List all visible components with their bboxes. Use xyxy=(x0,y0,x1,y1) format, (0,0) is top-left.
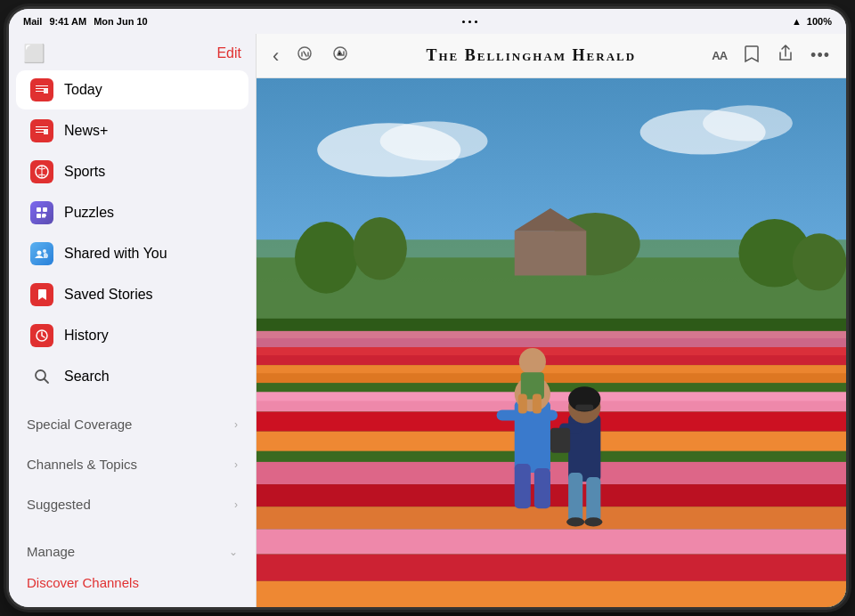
special-coverage-header[interactable]: Special Coverage › xyxy=(9,408,256,441)
saved-label: Saved Stories xyxy=(64,287,153,303)
suggested-header[interactable]: Suggested › xyxy=(9,488,256,521)
channels-topics-chevron: › xyxy=(234,458,238,471)
puzzles-label: Puzzles xyxy=(64,205,114,221)
svg-rect-36 xyxy=(256,392,846,401)
sidebar-item-shared[interactable]: Shared with You xyxy=(16,234,248,273)
edit-button[interactable]: Edit xyxy=(216,45,241,61)
svg-rect-27 xyxy=(256,319,846,331)
shared-icon xyxy=(30,242,53,265)
svg-rect-50 xyxy=(515,464,531,508)
status-bar: Mail 9:41 AM Mon Jun 10 ▲ 100% xyxy=(9,9,846,34)
sidebar-item-today[interactable]: Today xyxy=(16,70,248,109)
svg-point-52 xyxy=(519,348,546,375)
sidebar-item-puzzles[interactable]: Puzzles xyxy=(16,193,248,232)
svg-rect-61 xyxy=(550,428,570,453)
svg-point-19 xyxy=(295,222,357,294)
folder-icon[interactable]: ⬜ xyxy=(23,43,45,64)
newsplus-label: News+ xyxy=(64,123,108,139)
toolbar: ‹ The Bellingham Herald AA xyxy=(256,34,846,78)
sports-icon xyxy=(30,160,53,183)
text-size-button[interactable]: AA xyxy=(708,45,730,66)
sidebar-item-saved[interactable]: Saved Stories xyxy=(16,275,248,314)
svg-rect-34 xyxy=(256,383,846,392)
toolbar-center: The Bellingham Herald xyxy=(354,46,708,65)
status-dot-3 xyxy=(475,20,477,23)
newsplus-icon xyxy=(30,119,53,142)
svg-rect-43 xyxy=(256,529,846,554)
content-area: ‹ The Bellingham Herald AA xyxy=(256,34,846,607)
suggested-chevron: › xyxy=(234,498,238,511)
search-icon xyxy=(30,365,53,388)
back-button[interactable]: ‹ xyxy=(269,41,282,71)
shared-label: Shared with You xyxy=(64,246,167,262)
like-button[interactable] xyxy=(327,40,354,71)
toolbar-right: AA ••• xyxy=(708,40,834,71)
dislike-button[interactable] xyxy=(291,40,318,71)
svg-rect-63 xyxy=(586,477,600,522)
status-date: Mon Jun 10 xyxy=(94,16,148,27)
svg-rect-54 xyxy=(518,393,527,413)
svg-rect-1 xyxy=(44,130,48,134)
svg-rect-45 xyxy=(256,581,846,607)
sidebar-item-sports[interactable]: Sports xyxy=(16,152,248,191)
sidebar-item-search[interactable]: Search xyxy=(16,357,248,396)
svg-rect-62 xyxy=(568,473,582,522)
manage-chevron: ⌄ xyxy=(229,546,238,558)
history-label: History xyxy=(64,328,109,344)
status-left: Mail 9:41 AM Mon Jun 10 xyxy=(23,16,148,27)
svg-rect-24 xyxy=(515,231,587,275)
svg-point-16 xyxy=(703,105,793,141)
article-image xyxy=(256,78,846,607)
svg-point-20 xyxy=(354,217,407,280)
svg-rect-55 xyxy=(533,393,542,413)
battery-label: 100% xyxy=(807,16,832,27)
discover-channels-link[interactable]: Discover Channels xyxy=(9,568,256,597)
wifi-icon: ▲ xyxy=(792,16,802,27)
svg-point-65 xyxy=(584,517,602,526)
notifications-email-link[interactable]: Notifications & Email xyxy=(9,597,256,607)
svg-rect-6 xyxy=(37,214,41,218)
today-icon xyxy=(30,78,53,101)
sports-label: Sports xyxy=(64,164,105,180)
channels-topics-header[interactable]: Channels & Topics › xyxy=(9,448,256,481)
svg-rect-41 xyxy=(256,484,846,507)
article-source-title: The Bellingham Herald xyxy=(426,46,636,64)
history-icon xyxy=(30,324,53,347)
main-layout: ⬜ Edit Today News+ Sports xyxy=(9,34,846,607)
status-app: Mail xyxy=(23,16,42,27)
manage-label: Manage xyxy=(27,544,75,559)
status-center xyxy=(462,20,477,23)
svg-rect-51 xyxy=(534,468,550,508)
section-special-coverage: Special Coverage › xyxy=(9,408,256,441)
svg-rect-29 xyxy=(256,331,846,338)
svg-rect-5 xyxy=(43,207,47,212)
saved-icon xyxy=(30,283,53,306)
bookmark-button[interactable] xyxy=(739,40,764,71)
svg-rect-33 xyxy=(256,365,846,373)
ipad-frame: Mail 9:41 AM Mon Jun 10 ▲ 100% ⬜ Edit xyxy=(9,9,846,607)
svg-point-64 xyxy=(566,517,584,526)
svg-point-14 xyxy=(380,121,488,160)
status-dot-2 xyxy=(468,20,471,23)
svg-point-8 xyxy=(43,249,46,253)
today-label: Today xyxy=(64,82,102,98)
section-suggested: Suggested › xyxy=(9,488,256,521)
svg-rect-39 xyxy=(256,451,846,462)
share-button[interactable] xyxy=(773,40,798,71)
search-label: Search xyxy=(64,369,110,385)
svg-line-11 xyxy=(45,379,49,384)
sidebar: ⬜ Edit Today News+ Sports xyxy=(9,34,256,607)
svg-rect-31 xyxy=(256,347,846,355)
more-button[interactable]: ••• xyxy=(807,43,834,69)
manage-section: Manage ⌄ Discover Channels Notifications… xyxy=(9,535,256,607)
manage-header[interactable]: Manage ⌄ xyxy=(9,535,256,568)
toolbar-left: ‹ xyxy=(269,40,354,71)
sidebar-item-newsplus[interactable]: News+ xyxy=(16,111,248,150)
puzzles-icon xyxy=(30,201,53,224)
svg-rect-0 xyxy=(44,89,48,93)
svg-rect-40 xyxy=(256,462,846,484)
status-dot-1 xyxy=(462,20,465,23)
status-time: 9:41 AM xyxy=(49,16,86,27)
sidebar-item-history[interactable]: History xyxy=(16,316,248,355)
special-coverage-chevron: › xyxy=(234,418,238,431)
